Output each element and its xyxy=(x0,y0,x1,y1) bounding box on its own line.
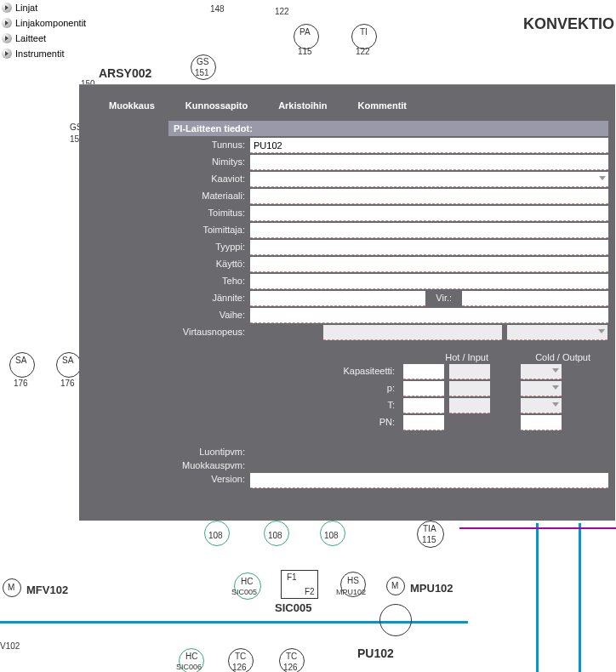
field-vir[interactable] xyxy=(462,291,608,306)
input-tunnus[interactable] xyxy=(250,138,608,152)
tab-arkistoihin[interactable]: Arkistoihin xyxy=(263,95,342,116)
tab-kunnossapito[interactable]: Kunnossapito xyxy=(170,95,263,116)
field-virtausnopeus[interactable] xyxy=(323,325,502,340)
bg-pu102: PU102 xyxy=(357,646,394,660)
field-materiaali[interactable] xyxy=(250,189,608,204)
bg-115b: 115 xyxy=(422,535,436,544)
input-toimitus[interactable] xyxy=(250,206,608,220)
field-kapasiteetti-hot[interactable] xyxy=(403,364,444,379)
bg-126b: 126 xyxy=(283,663,298,672)
bg-108b: 108 xyxy=(268,531,282,540)
label-kaaviot: Kaaviot: xyxy=(168,172,245,187)
bg-tc1: TC xyxy=(235,652,246,661)
device-info-modal: Muokkaus Kunnossapito Arkistoihin Kommen… xyxy=(79,84,615,521)
input-teho[interactable] xyxy=(250,274,608,288)
bg-ti: TI xyxy=(360,27,368,37)
field-toimitus[interactable] xyxy=(250,206,608,221)
bg-tc2: TC xyxy=(286,652,297,661)
bg-mpu102b: MPU102 xyxy=(410,582,453,595)
bg-f2: F2 xyxy=(305,587,315,596)
tab-muokkaus[interactable]: Muokkaus xyxy=(94,95,170,116)
field-p-hot2[interactable] xyxy=(449,381,490,396)
field-pn-cold[interactable] xyxy=(521,415,562,430)
field-version[interactable] xyxy=(250,473,608,488)
bg-122b: 122 xyxy=(356,47,370,56)
field-kapasiteetti-hot2[interactable] xyxy=(449,364,490,379)
field-t-hot2[interactable] xyxy=(449,398,490,413)
input-jannite[interactable] xyxy=(250,291,425,305)
bg-pa: PA xyxy=(299,27,311,37)
bg-konvektio: KONVEKTIO xyxy=(523,15,614,33)
chevron-right-icon xyxy=(2,3,12,13)
bg-v102: V102 xyxy=(0,641,20,651)
field-pn-hot[interactable] xyxy=(403,415,444,430)
label-vaihe: Vaihe: xyxy=(168,308,245,323)
select-virtausnopeus-unit[interactable] xyxy=(507,325,607,340)
select-kapasiteetti-cold[interactable] xyxy=(521,364,562,379)
chevron-right-icon xyxy=(2,48,12,59)
label-materiaali: Materiaali: xyxy=(168,189,245,204)
field-t-hot[interactable] xyxy=(403,398,444,413)
bg-176b: 176 xyxy=(60,379,75,388)
label-luontipvm: Luontipvm: xyxy=(168,446,245,458)
field-nimitys[interactable] xyxy=(250,155,608,170)
field-teho[interactable] xyxy=(250,274,608,289)
sidebar-item-label: Laitteet xyxy=(15,33,46,43)
field-toimittaja[interactable] xyxy=(250,223,608,238)
bg-126a: 126 xyxy=(232,663,247,672)
header-cold: Cold / Output xyxy=(500,352,602,362)
input-vaihe[interactable] xyxy=(250,308,608,322)
label-vir: Vir.: xyxy=(429,291,459,306)
input-toimittaja[interactable] xyxy=(250,223,608,237)
label-virtausnopeus: Virtausnopeus: xyxy=(168,325,245,340)
bg-sa2: SA xyxy=(62,356,73,365)
sidebar-item-instrumentit[interactable]: Instrumentit xyxy=(0,46,123,61)
bg-115: 115 xyxy=(298,47,312,56)
bg-sic006: SIC006 xyxy=(176,663,202,671)
bg-sic005a: SIC005 xyxy=(231,588,257,596)
tab-kommentit[interactable]: Kommentit xyxy=(343,95,422,116)
value-muokkauspvm xyxy=(250,459,608,471)
sidebar-item-linjakomponentit[interactable]: Linjakomponentit xyxy=(0,15,123,31)
bg-f1: F1 xyxy=(287,572,297,582)
bg-15x: 15 xyxy=(70,134,79,144)
label-toimittaja: Toimittaja: xyxy=(168,223,245,238)
sidebar-item-label: Linjakomponentit xyxy=(15,18,86,28)
bg-176a: 176 xyxy=(14,379,28,388)
input-kaytto[interactable] xyxy=(250,257,608,271)
bg-gs4: GS xyxy=(197,57,208,66)
label-teho: Teho: xyxy=(168,274,245,289)
sidebar-item-linjat[interactable]: Linjat xyxy=(0,0,123,15)
bg-sic005b: SIC005 xyxy=(275,601,311,614)
input-tyyppi[interactable] xyxy=(250,240,608,254)
chevron-right-icon xyxy=(2,18,12,28)
bg-sa1: SA xyxy=(15,356,26,365)
panel-title: PI-Laitteen tiedot: xyxy=(168,121,608,136)
select-kaaviot[interactable] xyxy=(250,172,608,187)
field-vaihe[interactable] xyxy=(250,308,608,323)
bg-151: 151 xyxy=(195,68,209,77)
sidebar-item-label: Instrumentit xyxy=(15,48,64,59)
field-p-hot[interactable] xyxy=(403,381,444,396)
label-kaytto: Käyttö: xyxy=(168,257,245,272)
label-tunnus: Tunnus: xyxy=(168,138,245,153)
bg-108c: 108 xyxy=(324,531,339,540)
field-jannite[interactable] xyxy=(250,291,425,306)
bg-mfv102: MFV102 xyxy=(26,584,68,596)
select-p-cold[interactable] xyxy=(521,381,562,396)
bg-arsy002: ARSY002 xyxy=(99,66,151,80)
input-nimitys[interactable] xyxy=(250,155,608,169)
bg-hc-sic005: HC xyxy=(241,577,253,586)
sidebar-item-laitteet[interactable]: Laitteet xyxy=(0,31,123,46)
label-muokkauspvm: Muokkauspvm: xyxy=(168,459,245,471)
label-version: Version: xyxy=(168,473,245,488)
field-kaytto[interactable] xyxy=(250,257,608,272)
form-panel: PI-Laitteen tiedot: Tunnus: Nimitys: Kaa… xyxy=(168,121,608,488)
select-t-cold[interactable] xyxy=(521,398,562,413)
input-vir[interactable] xyxy=(462,291,608,305)
field-tyyppi[interactable] xyxy=(250,240,608,255)
label-t: T: xyxy=(168,398,398,413)
input-materiaali[interactable] xyxy=(250,189,608,203)
field-tunnus[interactable] xyxy=(250,138,608,153)
label-pn: PN: xyxy=(168,415,398,430)
